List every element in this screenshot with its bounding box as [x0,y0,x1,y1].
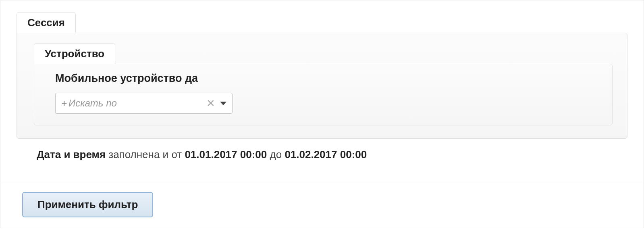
outer-tab-content: Устройство Мобильное устройство да + Иск… [17,33,627,139]
apply-filter-button[interactable]: Применить фильтр [22,192,153,217]
search-by-dropdown[interactable]: + Искать по ✕ [55,93,233,114]
date-filled-word: заполнена и [108,148,171,161]
search-prefix: + [61,98,67,109]
outer-tab-header: Сессия [17,12,627,33]
date-from-value: 01.01.2017 00:00 [185,148,267,161]
condition-mobile-device: Мобильное устройство да [55,72,596,85]
date-from-word: от [171,148,182,161]
date-to-value: 01.02.2017 00:00 [285,148,367,161]
inner-tab-header: Устройство [34,43,613,64]
date-condition-row: Дата и время заполнена и от 01.01.2017 0… [17,139,627,161]
outer-tab-container: Сессия Устройство Мобильное устройство д… [17,12,627,139]
tab-device[interactable]: Устройство [34,43,115,64]
close-icon[interactable]: ✕ [203,98,218,108]
chevron-down-icon[interactable] [220,102,226,105]
filter-panel: Сессия Устройство Мобильное устройство д… [0,0,644,228]
inner-tab-container: Устройство Мобильное устройство да + Иск… [34,43,627,125]
date-to-word: до [270,148,282,161]
date-label: Дата и время [37,148,106,161]
filter-body: Сессия Устройство Мобильное устройство д… [0,0,644,172]
tab-session[interactable]: Сессия [17,12,76,33]
inner-tab-content: Мобильное устройство да + Искать по ✕ [34,64,613,125]
search-placeholder: Искать по [69,98,203,109]
actions-bar: Применить фильтр [0,183,644,228]
